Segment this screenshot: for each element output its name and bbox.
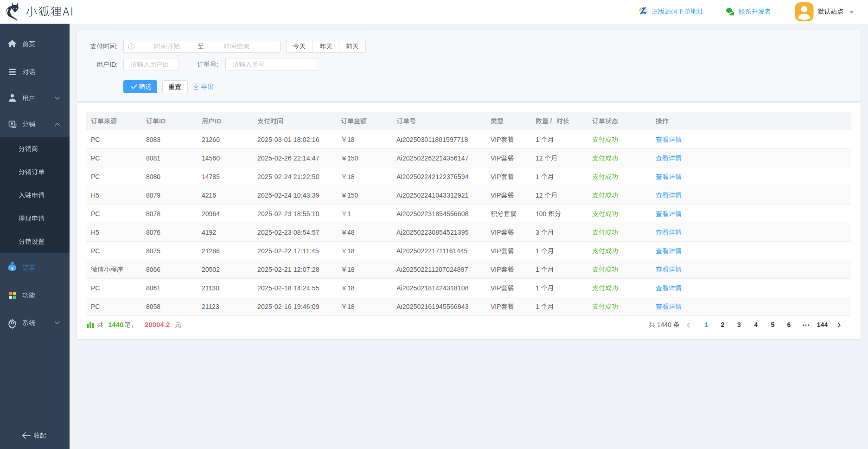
svg-text:1: 1 xyxy=(536,136,541,143)
svg-text:8058: 8058 xyxy=(146,303,160,310)
svg-text:VIP: VIP xyxy=(491,136,501,143)
svg-text:PC: PC xyxy=(91,284,100,292)
svg-text:20004.2: 20004.2 xyxy=(145,321,170,328)
svg-text:18: 18 xyxy=(347,284,355,292)
svg-text:6: 6 xyxy=(787,321,791,328)
svg-text:8079: 8079 xyxy=(146,192,160,199)
svg-text:1: 1 xyxy=(705,321,708,328)
svg-text:VIP: VIP xyxy=(491,303,501,310)
svg-text:3: 3 xyxy=(737,321,741,328)
svg-text:8081: 8081 xyxy=(146,154,160,162)
svg-text:8075: 8075 xyxy=(146,247,160,255)
svg-text:21286: 21286 xyxy=(202,247,220,255)
svg-text:1: 1 xyxy=(536,173,541,180)
svg-text:VIP: VIP xyxy=(491,247,501,255)
svg-text:1440: 1440 xyxy=(655,321,673,328)
svg-text:PC: PC xyxy=(91,173,100,180)
svg-text:18: 18 xyxy=(347,303,355,310)
svg-text:H5: H5 xyxy=(91,192,99,199)
svg-text:21130: 21130 xyxy=(202,284,219,292)
svg-text:4192: 4192 xyxy=(202,229,216,236)
svg-text:2025-02-18 14:24:55: 2025-02-18 14:24:55 xyxy=(257,284,319,292)
svg-text:1: 1 xyxy=(347,210,351,218)
svg-text:5: 5 xyxy=(771,321,775,328)
svg-text:18: 18 xyxy=(347,266,355,273)
svg-text:Ai202502262214356147: Ai202502262214356147 xyxy=(396,154,469,162)
svg-text:PC: PC xyxy=(91,136,100,143)
svg-text:2025-02-24 10:43:39: 2025-02-24 10:43:39 xyxy=(257,192,319,199)
svg-text:14785: 14785 xyxy=(202,173,220,180)
svg-text:2025-02-26 22:14:47: 2025-02-26 22:14:47 xyxy=(257,154,319,162)
svg-text:Ai202502221711161445: Ai202502221711161445 xyxy=(396,247,468,255)
svg-text:1: 1 xyxy=(536,247,541,255)
svg-text:8066: 8066 xyxy=(146,266,160,273)
svg-text:1440: 1440 xyxy=(108,321,123,328)
svg-text:3: 3 xyxy=(536,229,541,236)
svg-text:PC: PC xyxy=(91,210,100,218)
svg-text:8083: 8083 xyxy=(146,136,160,143)
svg-text:1: 1 xyxy=(536,284,541,292)
svg-text:100: 100 xyxy=(536,210,548,218)
svg-text:id: id xyxy=(163,61,168,68)
svg-text:8061: 8061 xyxy=(146,284,160,292)
svg-text:20964: 20964 xyxy=(202,210,220,218)
svg-text:2: 2 xyxy=(721,321,725,328)
svg-text:H5: H5 xyxy=(91,229,99,236)
svg-text:1: 1 xyxy=(536,266,541,273)
svg-text:PC: PC xyxy=(91,303,100,310)
svg-text:Ai202503011801597718: Ai202503011801597718 xyxy=(396,136,468,143)
svg-text:PC: PC xyxy=(91,247,100,255)
svg-text:150: 150 xyxy=(347,192,358,199)
svg-text:144: 144 xyxy=(817,321,828,328)
svg-text:VIP: VIP xyxy=(491,266,501,273)
svg-text:12: 12 xyxy=(536,154,544,162)
svg-text:2025-02-16 19:46:09: 2025-02-16 19:46:09 xyxy=(257,303,319,310)
svg-text:2025-02-21 12:07:28: 2025-02-21 12:07:28 xyxy=(257,266,319,273)
svg-text:Ai202502242122376594: Ai202502242122376594 xyxy=(396,173,469,180)
svg-text:2025-02-23 18:55:10: 2025-02-23 18:55:10 xyxy=(257,210,319,218)
svg-text:ID: ID xyxy=(159,117,166,125)
svg-text:18: 18 xyxy=(347,136,355,143)
svg-text:4216: 4216 xyxy=(202,192,216,199)
svg-text:21123: 21123 xyxy=(202,303,219,310)
svg-text:48: 48 xyxy=(347,229,355,236)
svg-text:18: 18 xyxy=(347,247,355,255)
svg-text:1: 1 xyxy=(536,303,541,310)
svg-text::: : xyxy=(217,61,218,68)
svg-text:ID:: ID: xyxy=(109,61,118,68)
svg-text:20502: 20502 xyxy=(202,266,220,273)
svg-text:VIP: VIP xyxy=(491,284,501,292)
svg-text:VIP: VIP xyxy=(491,229,501,236)
svg-text:2025-02-23 08:54:57: 2025-02-23 08:54:57 xyxy=(257,229,319,236)
svg-text:2025-03-01 18:02:16: 2025-03-01 18:02:16 xyxy=(257,136,319,143)
svg-text:Ai202502181424318108: Ai202502181424318108 xyxy=(396,284,469,292)
svg-text:VIP: VIP xyxy=(491,192,501,199)
svg-text:VIP: VIP xyxy=(491,173,501,180)
svg-text:18: 18 xyxy=(347,173,355,180)
svg-text:12: 12 xyxy=(536,192,544,199)
svg-text:ID: ID xyxy=(215,117,221,125)
svg-text:8076: 8076 xyxy=(146,229,160,236)
svg-text:8080: 8080 xyxy=(146,173,160,180)
svg-text:8078: 8078 xyxy=(146,210,160,218)
svg-text:PC: PC xyxy=(91,154,100,162)
svg-text:Ai202502211207024897: Ai202502211207024897 xyxy=(396,266,468,273)
svg-text:2025-02-22 17:11:45: 2025-02-22 17:11:45 xyxy=(257,247,319,255)
svg-text:Ai202502241043312921: Ai202502241043312921 xyxy=(396,192,469,199)
svg-text:¥: ¥ xyxy=(11,266,13,271)
svg-text:150: 150 xyxy=(347,154,358,162)
svg-text:/: / xyxy=(550,117,552,125)
svg-text:2025-02-24 21:22:50: 2025-02-24 21:22:50 xyxy=(257,173,319,180)
svg-text:VIP: VIP xyxy=(491,154,501,162)
svg-text:14560: 14560 xyxy=(202,154,220,162)
svg-text:Ai202502230854521395: Ai202502230854521395 xyxy=(396,229,469,236)
svg-text:Ai202502161945566943: Ai202502161945566943 xyxy=(396,303,469,310)
svg-text:Ai202502231854556608: Ai202502231854556608 xyxy=(396,210,469,218)
svg-text:4: 4 xyxy=(754,321,758,328)
svg-text:21260: 21260 xyxy=(202,136,220,143)
svg-text::: : xyxy=(116,43,118,50)
